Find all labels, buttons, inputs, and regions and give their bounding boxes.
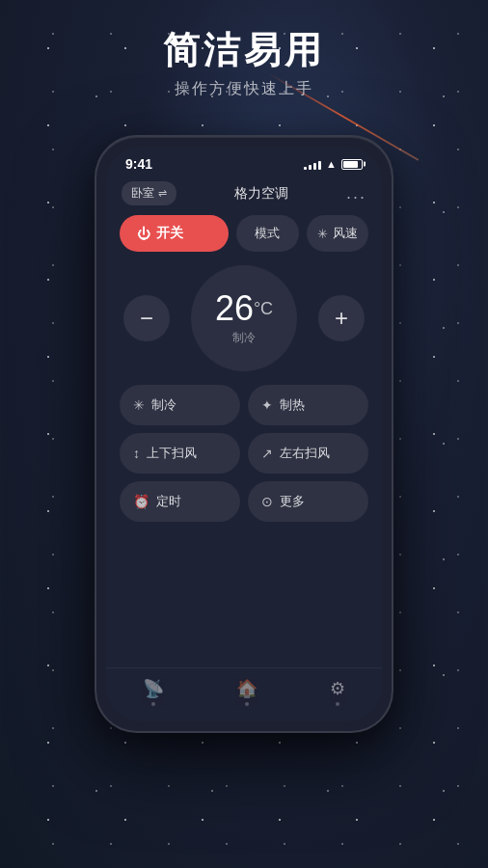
status-bar: 9:41 ▲ <box>106 147 382 177</box>
battery-icon <box>341 159 363 170</box>
cool-label: 制冷 <box>151 396 176 414</box>
phone-frame: 9:41 ▲ 卧室 ⇌ <box>95 135 393 733</box>
power-label: 开关 <box>156 225 183 242</box>
temp-value: 26 <box>215 288 254 328</box>
mode-button[interactable]: 模式 <box>236 215 298 252</box>
more-button[interactable]: ... <box>346 183 366 203</box>
controls-area: ⏻ 开关 模式 ✳ 风速 − <box>106 215 382 522</box>
remote-icon: 📡 <box>143 678 164 699</box>
temp-decrease-button[interactable]: − <box>123 295 170 341</box>
status-icons: ▲ <box>304 158 363 170</box>
status-time: 9:41 <box>125 156 152 172</box>
timer-button[interactable]: ⏰ 定时 <box>120 481 240 522</box>
vertical-swing-button[interactable]: ↕ 上下扫风 <box>120 433 240 474</box>
main-title: 简洁易用 <box>0 29 488 73</box>
heat-icon: ✦ <box>261 397 273 413</box>
cool-icon: ✳ <box>133 397 145 413</box>
temp-increase-button[interactable]: + <box>318 295 365 341</box>
timer-icon: ⏰ <box>133 494 149 509</box>
power-button[interactable]: ⏻ 开关 <box>120 215 229 252</box>
nav-settings[interactable]: ⚙ <box>330 678 345 706</box>
heat-button[interactable]: ✦ 制热 <box>248 385 368 425</box>
wind-label: 风速 <box>333 225 358 242</box>
more-button-grid[interactable]: ⊙ 更多 <box>248 481 368 522</box>
home-icon: 🏠 <box>236 678 258 699</box>
sub-title: 操作方便快速上手 <box>0 79 488 99</box>
vertical-swing-icon: ↕ <box>133 446 140 461</box>
power-icon: ⏻ <box>137 226 150 241</box>
temperature-control: − 26°C 制冷 + <box>120 265 368 371</box>
minus-icon: − <box>140 305 153 332</box>
room-name: 卧室 <box>131 185 154 202</box>
phone-mockup: 9:41 ▲ 卧室 ⇌ <box>95 135 393 733</box>
timer-label: 定时 <box>156 493 181 510</box>
wind-icon: ✳ <box>317 227 328 241</box>
temperature-display: 26°C 制冷 <box>191 265 297 371</box>
wifi-icon: ▲ <box>326 158 337 170</box>
signal-icon <box>304 158 321 170</box>
page-header: 简洁易用 操作方便快速上手 <box>0 29 488 99</box>
cool-button[interactable]: ✳ 制冷 <box>120 385 240 425</box>
room-switch-icon: ⇌ <box>158 187 167 200</box>
settings-icon: ⚙ <box>330 678 345 699</box>
more-label: 更多 <box>280 493 305 510</box>
temp-mode: 制冷 <box>232 330 256 346</box>
vertical-swing-label: 上下扫风 <box>147 445 197 462</box>
nav-home[interactable]: 🏠 <box>236 678 258 706</box>
more-icon: ⊙ <box>261 494 273 509</box>
nav-remote[interactable]: 📡 <box>143 678 164 706</box>
phone-screen: 9:41 ▲ 卧室 ⇌ <box>106 147 382 721</box>
function-grid: ✳ 制冷 ✦ 制热 ↕ 上下扫风 ↗ 左右扫风 <box>120 385 368 522</box>
mode-label: 模式 <box>255 225 280 242</box>
horizontal-swing-label: 左右扫风 <box>280 445 330 462</box>
room-selector[interactable]: 卧室 ⇌ <box>122 181 176 205</box>
app-header: 卧室 ⇌ 格力空调 ... <box>106 177 382 215</box>
horizontal-swing-icon: ↗ <box>261 446 273 461</box>
heat-label: 制热 <box>280 396 305 414</box>
wind-button[interactable]: ✳ 风速 <box>307 215 368 252</box>
bottom-navigation: 📡 🏠 ⚙ <box>106 667 382 721</box>
device-name: 格力空调 <box>234 185 288 203</box>
temp-unit: °C <box>254 298 273 317</box>
plus-icon: + <box>335 305 348 332</box>
horizontal-swing-button[interactable]: ↗ 左右扫风 <box>248 433 368 474</box>
top-controls: ⏻ 开关 模式 ✳ 风速 <box>120 215 368 252</box>
